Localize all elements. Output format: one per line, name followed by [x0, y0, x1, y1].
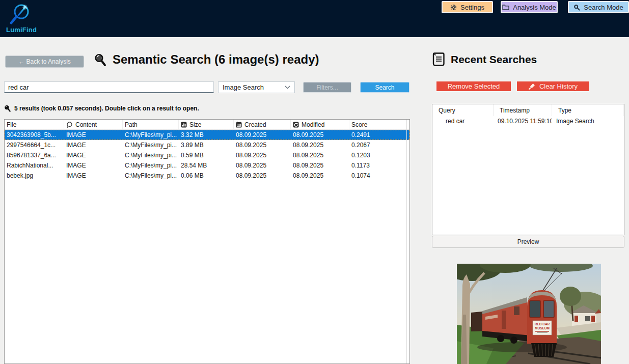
cell-size: 3.89 MB — [179, 140, 234, 150]
clear-history-label: Clear History — [539, 82, 578, 90]
cell-file: 2997546664_1c... — [5, 140, 64, 150]
recent-searches-table: Query Timestamp Type red car 09.10.2025 … — [432, 104, 624, 235]
remove-selected-label: Remove Selected — [448, 82, 500, 90]
column-header-created[interactable]: Created — [234, 120, 291, 129]
results-summary-text: 5 results (took 0.057 seconds). Double c… — [14, 105, 199, 112]
remove-selected-button[interactable]: Remove Selected — [435, 80, 512, 92]
column-label: Size — [189, 121, 201, 128]
results-table: File Content Path Size — [4, 119, 410, 364]
results-magnifier-icon — [4, 105, 11, 112]
cell-modified: 08.09.2025 — [291, 130, 349, 140]
cell-created: 08.09.2025 — [234, 160, 291, 171]
results-table-header: File Content Path Size — [5, 120, 409, 130]
search-type-dropdown[interactable]: Image Search — [218, 81, 295, 93]
results-table-row[interactable]: RabichNational... IMAGE C:\MyFiles\my_pi… — [5, 160, 409, 171]
settings-label: Settings — [460, 4, 484, 11]
cell-content: IMAGE — [64, 171, 123, 181]
cell-score: 0.2067 — [349, 140, 409, 150]
cell-path: C:\MyFiles\my_pi... — [123, 171, 179, 181]
cell-path: C:\MyFiles\my_pi... — [123, 160, 179, 171]
filters-button[interactable]: Filters... — [303, 82, 351, 93]
cell-content: IMAGE — [64, 150, 123, 160]
speech-bubble-icon — [66, 122, 73, 128]
recent-search-row[interactable]: red car 09.10.2025 11:59:10 Image Search — [432, 116, 624, 126]
column-label: Query — [439, 107, 455, 114]
column-label: Score — [351, 121, 367, 128]
cell-score: 0.1074 — [349, 171, 409, 181]
cell-size: 0.06 MB — [179, 171, 234, 181]
column-label: Type — [558, 107, 571, 114]
search-query-input[interactable] — [4, 81, 214, 93]
bar-chart-icon — [181, 122, 187, 128]
preview-image[interactable]: RED CAR MUSEUM — [457, 264, 601, 364]
cell-timestamp: 09.10.2025 11:59:10 — [494, 116, 552, 126]
results-scrollbar-track[interactable] — [406, 120, 407, 363]
back-to-analysis-button[interactable]: ← Back to Analysis — [5, 55, 84, 68]
cell-file: bebek.jpg — [5, 171, 64, 181]
settings-button[interactable]: Settings — [442, 1, 493, 13]
results-table-row[interactable]: 8596781337_6a... IMAGE C:\MyFiles\my_pi.… — [5, 150, 409, 160]
column-header-path[interactable]: Path — [123, 120, 179, 129]
column-label: Path — [125, 121, 138, 128]
brush-icon — [529, 83, 535, 90]
column-label: File — [7, 121, 16, 128]
analysis-mode-button[interactable]: Analysis Mode — [501, 1, 558, 13]
cell-created: 08.09.2025 — [234, 140, 291, 150]
column-header-score[interactable]: Score — [349, 120, 409, 129]
filters-label: Filters... — [316, 84, 338, 91]
results-table-row[interactable]: bebek.jpg IMAGE C:\MyFiles\my_pi... 0.06… — [5, 171, 409, 181]
cell-created: 08.09.2025 — [234, 150, 291, 160]
cell-score: 0.1173 — [349, 160, 409, 171]
cell-size: 0.59 MB — [179, 150, 234, 160]
back-to-analysis-label: ← Back to Analysis — [18, 58, 71, 65]
sign-line-2: MUSEUM — [535, 326, 550, 330]
column-header-query[interactable]: Query — [432, 104, 494, 116]
results-table-row[interactable]: 2997546664_1c... IMAGE C:\MyFiles\my_pi.… — [5, 140, 409, 150]
clear-history-button[interactable]: Clear History — [516, 80, 590, 92]
cell-path: C:\MyFiles\my_pi... — [123, 140, 179, 150]
recent-table-header: Query Timestamp Type — [432, 104, 624, 116]
app-header: LumiFind Settings Analysis Mode Search M… — [0, 0, 629, 37]
results-table-body: 3042363908_5b... IMAGE C:\MyFiles\my_pi.… — [5, 130, 409, 181]
cell-file: 3042363908_5b... — [5, 130, 64, 140]
cell-size: 28.54 MB — [179, 160, 234, 171]
analysis-mode-label: Analysis Mode — [513, 4, 556, 11]
logo-text: LumiFind — [6, 26, 52, 34]
column-header-size[interactable]: Size — [179, 120, 234, 129]
logo-magnifier-wand-icon — [6, 2, 35, 25]
cell-modified: 08.09.2025 — [291, 171, 349, 181]
page-title-text: Semantic Search (6 image(s) ready) — [113, 52, 319, 67]
search-mode-button[interactable]: Search Mode — [568, 1, 629, 13]
preview-toggle[interactable]: Preview — [432, 236, 624, 248]
cell-path: C:\MyFiles\my_pi... — [123, 130, 179, 140]
cell-file: RabichNational... — [5, 160, 64, 171]
column-header-file[interactable]: File — [5, 120, 64, 129]
gear-icon — [450, 4, 457, 11]
cell-content: IMAGE — [64, 130, 123, 140]
cell-query: red car — [432, 116, 494, 126]
history-scroll-icon — [432, 52, 445, 67]
refresh-icon — [293, 122, 299, 128]
calendar-icon — [236, 122, 242, 128]
search-button[interactable]: Search — [360, 82, 409, 93]
search-type-value: Image Search — [223, 83, 264, 91]
search-mode-label: Search Mode — [584, 4, 623, 11]
cell-content: IMAGE — [64, 160, 123, 171]
results-summary: 5 results (took 0.057 seconds). Double c… — [4, 105, 199, 112]
column-header-content[interactable]: Content — [64, 120, 123, 129]
cell-modified: 08.09.2025 — [291, 140, 349, 150]
results-table-row[interactable]: 3042363908_5b... IMAGE C:\MyFiles\my_pi.… — [5, 130, 409, 140]
column-header-timestamp[interactable]: Timestamp — [494, 104, 552, 116]
cell-score: 0.2491 — [349, 130, 409, 140]
cell-type: Image Search — [552, 116, 624, 126]
app-logo: LumiFind — [6, 2, 52, 34]
cell-score: 0.1203 — [349, 150, 409, 160]
cell-modified: 08.09.2025 — [291, 150, 349, 160]
column-header-type[interactable]: Type — [552, 104, 624, 116]
cell-created: 08.09.2025 — [234, 130, 291, 140]
recent-searches-title-text: Recent Searches — [451, 53, 537, 66]
column-header-modified[interactable]: Modified — [291, 120, 349, 129]
recent-table-body: red car 09.10.2025 11:59:10 Image Search — [432, 116, 624, 126]
cell-modified: 08.09.2025 — [291, 160, 349, 171]
recent-searches-title: Recent Searches — [432, 52, 537, 67]
